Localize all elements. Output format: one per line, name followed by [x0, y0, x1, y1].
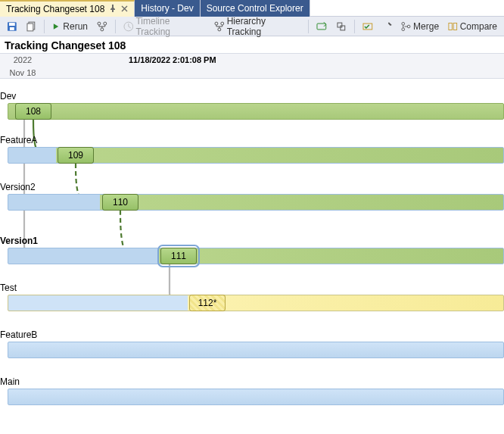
timeline-tracking-label: Timeline Tracking — [135, 16, 205, 37]
branch-lane[interactable] — [8, 194, 504, 211]
changeset-node[interactable]: 111 — [160, 248, 197, 264]
rerun-label: Rerun — [63, 21, 88, 32]
svg-point-18 — [408, 25, 411, 28]
svg-point-5 — [98, 22, 101, 25]
changeset-node[interactable]: 110 — [102, 194, 138, 211]
svg-point-7 — [101, 27, 104, 30]
branch-label: Version2 — [0, 182, 36, 192]
save-button[interactable] — [3, 18, 21, 35]
check-button[interactable] — [359, 18, 377, 35]
branch-lane[interactable] — [8, 103, 504, 120]
branch-label: Version1 — [0, 236, 38, 246]
branch-label: FeatureB — [0, 329, 37, 340]
tab-source-control-explorer[interactable]: Source Control Explorer — [201, 0, 310, 17]
merge-button[interactable]: Merge — [397, 18, 443, 35]
branch-label: Test — [0, 283, 17, 293]
merge-label: Merge — [413, 21, 439, 32]
svg-point-11 — [218, 27, 221, 30]
svg-rect-12 — [317, 23, 326, 30]
tab-label: Source Control Explorer — [207, 3, 303, 14]
branch-picker-button[interactable] — [93, 18, 111, 35]
svg-rect-20 — [453, 23, 456, 30]
changeset-node[interactable]: 112* — [189, 295, 226, 311]
branch-label: FeatureA — [0, 135, 37, 145]
branch-lane[interactable] — [8, 342, 504, 358]
compare-label: Compare — [460, 21, 497, 32]
time-stamp: 11/18/2022 2:01:08 PM — [45, 55, 216, 64]
tab-history-dev[interactable]: History - Dev — [135, 0, 200, 17]
changeset-node[interactable]: 109 — [58, 147, 94, 164]
svg-rect-2 — [10, 27, 14, 30]
toolbar-separator — [44, 20, 45, 33]
toolbar-separator — [354, 20, 355, 33]
branch-label: Main — [0, 376, 20, 387]
rerun-button[interactable]: Rerun — [48, 18, 92, 35]
settings-button[interactable] — [378, 18, 397, 35]
svg-point-17 — [402, 27, 405, 30]
pin-icon[interactable] — [109, 5, 117, 14]
svg-rect-19 — [449, 23, 452, 30]
toolbar-separator — [115, 20, 116, 33]
branch-label: Dev — [0, 91, 16, 101]
toolbar: Rerun Timeline Tracking Hierarchy Tracki… — [0, 17, 504, 36]
details-button[interactable] — [332, 18, 350, 35]
svg-point-10 — [221, 22, 224, 25]
toolbar-separator — [308, 20, 309, 33]
time-day: Nov 18 — [0, 67, 45, 77]
tab-label: Tracking Changeset 108 — [6, 4, 104, 14]
changeset-node[interactable]: 108 — [15, 103, 51, 120]
copy-button[interactable] — [23, 18, 41, 35]
page-title: Tracking Changeset 108 — [0, 36, 504, 53]
svg-point-6 — [104, 22, 107, 25]
svg-point-16 — [402, 22, 405, 25]
tab-label: History - Dev — [141, 3, 193, 14]
svg-point-9 — [215, 22, 218, 25]
compare-button[interactable]: Compare — [444, 18, 501, 35]
tab-tracking-changeset[interactable]: Tracking Changeset 108 — [0, 0, 135, 17]
close-icon[interactable] — [121, 5, 128, 14]
svg-rect-1 — [9, 23, 15, 26]
time-year: 2022 — [0, 55, 45, 64]
svg-rect-4 — [27, 23, 33, 31]
tab-strip: Tracking Changeset 108 History - Dev Sou… — [0, 0, 504, 17]
branch-lane[interactable] — [8, 248, 504, 264]
branch-lane[interactable] — [8, 389, 504, 405]
hierarchy-tracking-button[interactable]: Hierarchy Tracking — [210, 18, 305, 35]
view-changeset-button[interactable] — [313, 18, 331, 35]
svg-rect-14 — [341, 26, 345, 30]
time-header: 2022 11/18/2022 2:01:08 PM Nov 18 — [0, 53, 504, 79]
hierarchy-tracking-label: Hierarchy Tracking — [227, 16, 301, 37]
timeline-tracking-button[interactable]: Timeline Tracking — [120, 18, 209, 35]
svg-rect-13 — [338, 23, 342, 27]
tracking-canvas[interactable]: DevFeatureAVersion2Version1TestFeatureBM… — [0, 79, 504, 434]
branch-lane[interactable] — [8, 295, 504, 311]
